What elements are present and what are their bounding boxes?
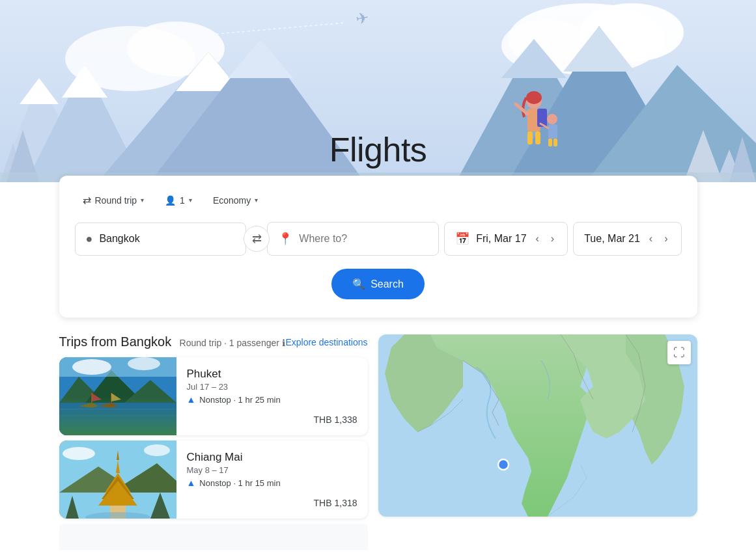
date-from-next-button[interactable]: ›: [548, 232, 557, 246]
trip-flight: ▲ Nonstop · 1 hr 15 min: [187, 478, 357, 488]
map-svg: [378, 334, 697, 517]
passengers-label: 1: [180, 195, 185, 206]
date-to-next-button[interactable]: ›: [662, 232, 670, 246]
trips-title-wrap: Trips from Bangkok Round trip · 1 passen…: [59, 334, 285, 349]
date-to-field[interactable]: Tue, Mar 21 ‹ ›: [573, 222, 681, 256]
passengers-chevron: ▾: [189, 196, 192, 204]
nonstop-icon: ▲: [187, 478, 196, 488]
hero-section: ✈ Flights: [0, 0, 756, 182]
date-from-field[interactable]: 📅 Fri, Mar 17 ‹ ›: [444, 222, 568, 256]
trip-card[interactable]: Chiang Mai May 8 – 17 ▲ Nonstop · 1 hr 1…: [59, 440, 368, 519]
trip-image-phuket: [59, 357, 176, 435]
cabin-class-chevron: ▾: [255, 196, 258, 204]
info-icon[interactable]: ℹ: [282, 338, 285, 348]
hero-title-wrap: Flights: [0, 130, 756, 169]
date-from-prev-button[interactable]: ‹: [533, 232, 542, 246]
trip-name: Chiang Mai: [187, 451, 357, 464]
swap-icon: ⇄: [83, 194, 91, 206]
destination-input[interactable]: [299, 233, 428, 245]
svg-point-68: [144, 444, 170, 456]
trip-type-chevron: ▾: [141, 196, 144, 204]
search-icon: 🔍: [352, 278, 365, 290]
origin-icon: ●: [86, 232, 93, 246]
search-card: ⇄ Round trip ▾ 👤 1 ▾ Economy ▾ ●: [59, 176, 697, 318]
map-expand-button[interactable]: ⛶: [667, 341, 691, 364]
svg-marker-46: [79, 403, 98, 408]
svg-point-53: [72, 359, 111, 375]
calendar-icon: 📅: [455, 232, 469, 246]
date-to-prev-button[interactable]: ‹: [647, 232, 655, 246]
explore-destinations-link[interactable]: Explore destinations: [285, 337, 367, 347]
svg-point-28: [526, 91, 542, 104]
svg-point-67: [63, 447, 95, 460]
cabin-class-button[interactable]: Economy ▾: [205, 190, 266, 211]
inputs-row: ● ⇄ 📍 📅 Fri, Mar 17 ‹ › Tue, Mar 21: [75, 222, 682, 256]
trip-dates: Jul 17 – 23: [187, 382, 357, 392]
flight-info: Nonstop · 1 hr 15 min: [199, 478, 280, 488]
trips-header: Trips from Bangkok Round trip · 1 passen…: [59, 334, 368, 349]
trip-info-chiangmai: Chiang Mai May 8 – 17 ▲ Nonstop · 1 hr 1…: [176, 440, 368, 519]
results-section: Trips from Bangkok Round trip · 1 passen…: [59, 334, 697, 550]
destination-icon: 📍: [278, 232, 292, 246]
swap-button[interactable]: ⇄: [244, 226, 270, 252]
cabin-class-label: Economy: [213, 195, 251, 206]
trip-dates: May 8 – 17: [187, 465, 357, 475]
nonstop-icon: ▲: [187, 394, 196, 405]
svg-point-54: [128, 357, 160, 370]
destination-field[interactable]: 📍: [267, 222, 439, 256]
svg-point-34: [547, 114, 557, 124]
search-options-row: ⇄ Round trip ▾ 👤 1 ▾ Economy ▾: [75, 189, 682, 211]
trip-card[interactable]: Phuket Jul 17 – 23 ▲ Nonstop · 1 hr 25 m…: [59, 357, 368, 435]
person-icon: 👤: [165, 195, 176, 206]
date-from-label: Fri, Mar 17: [476, 233, 526, 245]
trip-image-chiangmai: [59, 440, 176, 519]
search-btn-wrap: 🔍 Search: [75, 269, 682, 299]
origin-input[interactable]: [99, 233, 235, 245]
trip-type-label: Round trip: [95, 195, 137, 206]
trip-info-phuket: Phuket Jul 17 – 23 ▲ Nonstop · 1 hr 25 m…: [176, 357, 368, 435]
flight-info: Nonstop · 1 hr 25 min: [199, 395, 280, 405]
trips-panel: Trips from Bangkok Round trip · 1 passen…: [59, 334, 368, 550]
origin-field[interactable]: ●: [75, 223, 247, 256]
search-button[interactable]: 🔍 Search: [331, 269, 425, 299]
trip-flight: ▲ Nonstop · 1 hr 25 min: [187, 394, 357, 405]
svg-point-70: [498, 459, 509, 470]
trip-type-button[interactable]: ⇄ Round trip ▾: [75, 189, 152, 211]
svg-rect-43: [59, 403, 176, 435]
date-to-label: Tue, Mar 21: [584, 233, 640, 245]
trip-price: THB 1,318: [187, 498, 357, 508]
expand-icon: ⛶: [673, 346, 685, 360]
trips-title: Trips from Bangkok: [59, 334, 172, 349]
trips-subtitle: Round trip · 1 passenger ℹ: [180, 338, 285, 348]
passengers-button[interactable]: 👤 1 ▾: [157, 190, 200, 211]
trip-name: Phuket: [187, 368, 357, 381]
trips-subtitle-text: Round trip · 1 passenger: [180, 338, 279, 348]
hero-title: Flights: [0, 130, 756, 169]
swap-arrows-icon: ⇄: [252, 232, 262, 246]
map-panel[interactable]: ⛶: [378, 334, 697, 517]
trip-card-partial: [59, 524, 368, 550]
search-label: Search: [371, 278, 404, 290]
trip-price: THB 1,338: [187, 414, 357, 425]
svg-marker-49: [98, 403, 118, 408]
